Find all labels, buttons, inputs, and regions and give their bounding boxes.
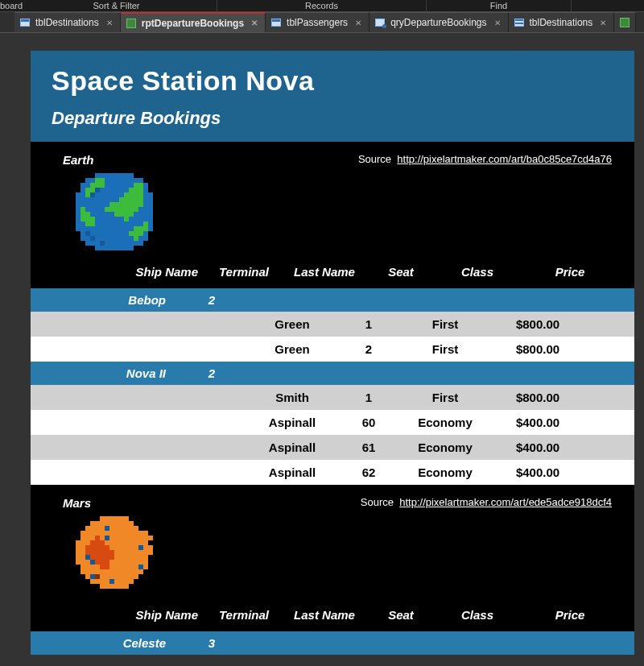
booking-row: Green2First$800.00 bbox=[31, 337, 634, 362]
booking-row: Aspinall62Economy$400.00 bbox=[31, 460, 634, 485]
cell-class: Economy bbox=[401, 465, 489, 479]
booking-row: Aspinall60Economy$400.00 bbox=[31, 410, 634, 435]
ship-terminal: 3 bbox=[175, 636, 248, 650]
report-view-surface: Space Station NovaDeparture BookingsSour… bbox=[0, 32, 644, 666]
ship-terminal: 2 bbox=[175, 366, 248, 380]
report-icon bbox=[619, 17, 630, 28]
col-class: Class bbox=[433, 265, 522, 279]
tab-overflow[interactable] bbox=[614, 12, 636, 32]
report-header: Space Station NovaDeparture Bookings bbox=[31, 51, 634, 142]
planet-image bbox=[76, 516, 618, 594]
booking-row: Green1First$800.00 bbox=[31, 312, 634, 337]
cell-class: First bbox=[401, 317, 489, 331]
column-headers: Ship NameTerminalLast NameSeatClassPrice bbox=[63, 600, 618, 627]
col-seat: Seat bbox=[369, 265, 433, 279]
source-line: Source http://pixelartmaker.com/art/ba0c… bbox=[358, 153, 612, 165]
ship-name: Bebop bbox=[31, 293, 175, 307]
cell-price: $400.00 bbox=[489, 416, 586, 429]
tab-tblpassengers[interactable]: tblPassengers✕ bbox=[266, 12, 369, 32]
source-link[interactable]: http://pixelartmaker.com/art/ba0c85ce7cd… bbox=[397, 153, 612, 165]
tab-label: rptDepartureBookings bbox=[142, 18, 244, 29]
close-icon[interactable]: ✕ bbox=[353, 19, 364, 27]
col-last: Last Name bbox=[280, 608, 369, 622]
col-terminal: Terminal bbox=[208, 265, 280, 279]
ribbon-grp-find: Find bbox=[427, 0, 572, 11]
report-icon bbox=[126, 18, 137, 29]
col-ship: Ship Name bbox=[63, 265, 208, 279]
destination-section: Source http://pixelartmaker.com/art/ba0c… bbox=[31, 142, 634, 288]
report-title: Space Station Nova bbox=[52, 65, 613, 97]
source-link[interactable]: http://pixelartmaker.com/art/ede5adce918… bbox=[399, 496, 612, 508]
tab-label: tblDestinations bbox=[530, 17, 593, 28]
ribbon-grp-records: Records bbox=[217, 0, 427, 11]
booking-row: Smith1First$800.00 bbox=[31, 385, 634, 410]
cell-class: Economy bbox=[401, 441, 489, 454]
col-seat: Seat bbox=[369, 608, 433, 622]
column-headers: Ship NameTerminalLast NameSeatClassPrice bbox=[63, 257, 618, 283]
ship-name: Nova II bbox=[31, 366, 175, 380]
cell-seat: 62 bbox=[336, 465, 401, 479]
cell-last: Aspinall bbox=[248, 416, 336, 429]
cell-seat: 61 bbox=[336, 441, 401, 454]
col-price: Price bbox=[522, 265, 618, 279]
cell-price: $400.00 bbox=[489, 441, 586, 454]
source-label: Source bbox=[358, 153, 391, 165]
cell-seat: 1 bbox=[336, 391, 401, 404]
close-icon[interactable]: ✕ bbox=[492, 19, 503, 27]
source-line: Source http://pixelartmaker.com/art/ede5… bbox=[361, 496, 612, 508]
col-last: Last Name bbox=[280, 265, 369, 279]
cell-seat: 60 bbox=[336, 416, 401, 429]
tab-tbldestinations[interactable]: tblDestinations✕ bbox=[509, 12, 615, 32]
ribbon-grp-sortfilter: Sort & Filter bbox=[16, 0, 217, 11]
cell-class: First bbox=[401, 391, 489, 404]
tab-label: tblDestinations bbox=[35, 17, 99, 28]
close-icon[interactable]: ✕ bbox=[104, 19, 115, 27]
tab-tbldestinations[interactable]: tblDestinations✕ bbox=[14, 12, 121, 32]
table-icon bbox=[270, 17, 282, 28]
cell-seat: 2 bbox=[336, 342, 401, 356]
object-tabbar: tblDestinations✕rptDepartureBookings✕tbl… bbox=[0, 12, 644, 32]
cell-price: $400.00 bbox=[489, 465, 586, 479]
cell-price: $800.00 bbox=[489, 391, 586, 404]
destination-section: Source http://pixelartmaker.com/art/ede5… bbox=[31, 485, 634, 631]
cell-last: Green bbox=[248, 317, 336, 331]
ribbon-grp-clipboard: board bbox=[0, 0, 16, 11]
tab-label: qryDepartureBookings bbox=[390, 17, 486, 28]
ship-name: Celeste bbox=[31, 636, 175, 650]
ship-terminal: 2 bbox=[175, 293, 248, 307]
cell-price: $800.00 bbox=[489, 342, 586, 356]
cell-last: Green bbox=[248, 342, 336, 356]
planet-image bbox=[76, 173, 618, 250]
ribbon-group-labels: board Sort & Filter Records Find bbox=[0, 0, 644, 12]
ship-group-row: Nova II2 bbox=[31, 362, 634, 385]
col-price: Price bbox=[522, 608, 618, 622]
tab-qrydeparturebookings[interactable]: qryDepartureBookings✕ bbox=[369, 12, 508, 32]
booking-row: Aspinall61Economy$400.00 bbox=[31, 435, 634, 460]
close-icon[interactable]: ✕ bbox=[249, 19, 260, 27]
cell-seat: 1 bbox=[336, 317, 401, 331]
col-ship: Ship Name bbox=[63, 608, 208, 622]
query-icon bbox=[374, 17, 386, 28]
tab-label: tblPassengers bbox=[287, 17, 348, 28]
source-label: Source bbox=[361, 496, 394, 508]
close-icon[interactable]: ✕ bbox=[597, 19, 609, 27]
cell-class: First bbox=[401, 342, 489, 356]
report-canvas: Space Station NovaDeparture BookingsSour… bbox=[31, 51, 634, 655]
table2-icon bbox=[514, 17, 525, 28]
cell-last: Smith bbox=[248, 391, 336, 404]
tab-rptdeparturebookings[interactable]: rptDepartureBookings✕ bbox=[121, 12, 266, 32]
ship-group-row: Bebop2 bbox=[31, 288, 634, 312]
table-icon bbox=[19, 17, 31, 28]
cell-last: Aspinall bbox=[248, 441, 336, 454]
cell-price: $800.00 bbox=[489, 317, 586, 331]
ship-group-row: Celeste3 bbox=[31, 631, 634, 655]
col-class: Class bbox=[433, 608, 522, 622]
col-terminal: Terminal bbox=[208, 608, 280, 622]
cell-last: Aspinall bbox=[248, 465, 336, 479]
report-subtitle: Departure Bookings bbox=[52, 108, 613, 129]
cell-class: Economy bbox=[401, 416, 489, 429]
